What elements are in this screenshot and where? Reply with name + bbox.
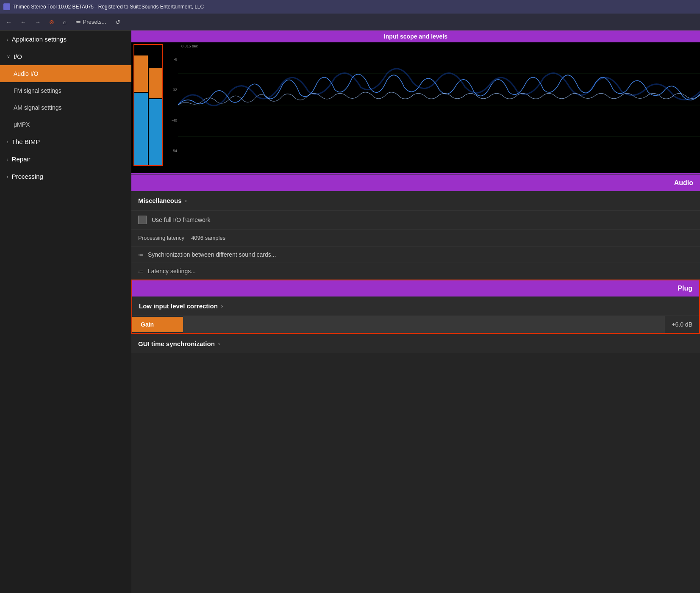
sync-link-row[interactable]: ≔ Synchronization between different soun… <box>131 247 700 263</box>
scope-header: Input scope and levels <box>131 30 700 42</box>
title-bar: Thimeo Stereo Tool 10.02 BETA075 - Regis… <box>0 0 700 14</box>
low-input-correction-title: Low input level correction <box>139 302 218 310</box>
list-icon-2: ≔ <box>138 268 144 274</box>
sidebar-item-label: AM signal settings <box>14 104 62 111</box>
chevron-right-icon: › <box>7 174 8 179</box>
undo-button[interactable]: ↺ <box>113 17 123 27</box>
gain-value: +6.0 dB <box>665 317 699 332</box>
title-bar-text: Thimeo Stereo Tool 10.02 BETA075 - Regis… <box>13 4 204 10</box>
app-icon <box>3 3 10 10</box>
sidebar: › Application settings ∨ I/O Audio I/O F… <box>0 30 131 593</box>
gui-sync-title: GUI time synchronization <box>138 340 215 347</box>
sidebar-item-application-settings[interactable]: › Application settings <box>0 30 131 48</box>
chevron-right-icon: › <box>221 303 223 309</box>
sidebar-item-label: μMPX <box>14 121 30 128</box>
latency-link-label: Latency settings... <box>148 268 196 274</box>
presets-label: Presets... <box>83 19 106 25</box>
audio-panel-content: Miscellaneous › Use full I/O framework P… <box>131 191 700 280</box>
scope-title: Input scope and levels <box>384 33 447 40</box>
latency-link-row[interactable]: ≔ Latency settings... <box>131 263 700 280</box>
home-button[interactable]: ⌂ <box>60 17 69 27</box>
sidebar-item-processing[interactable]: › Processing <box>0 168 131 185</box>
chevron-right-icon: › <box>7 157 8 162</box>
scale-markers: -6 -32 -40 -54 <box>165 42 178 168</box>
sidebar-item-fm-signal[interactable]: FM signal settings <box>0 82 131 99</box>
stop-button[interactable]: ⊗ <box>47 17 57 27</box>
audio-header: Audio <box>131 175 700 191</box>
miscellaneous-section[interactable]: Miscellaneous › <box>131 191 700 211</box>
forward-button[interactable]: → <box>32 17 43 27</box>
presets-icon: ≔ <box>75 19 81 25</box>
back-button2[interactable]: ← <box>18 17 29 27</box>
main-layout: › Application settings ∨ I/O Audio I/O F… <box>0 30 700 593</box>
chevron-right-icon: › <box>218 341 220 347</box>
use-full-io-checkbox[interactable] <box>138 216 147 224</box>
gain-label: Gain <box>132 317 183 332</box>
sidebar-item-label: I/O <box>14 53 22 60</box>
sidebar-item-bimp[interactable]: › The BIMP <box>0 133 131 150</box>
processing-latency-label: Processing latency <box>138 235 184 241</box>
sidebar-item-label: Processing <box>12 173 43 180</box>
audio-header-label: Audio <box>674 179 693 186</box>
gui-sync-row[interactable]: GUI time synchronization › <box>131 334 700 353</box>
list-icon: ≔ <box>138 252 144 258</box>
sidebar-item-label: Application settings <box>12 36 67 43</box>
use-full-io-label: Use full I/O framework <box>152 216 210 223</box>
sidebar-item-umpx[interactable]: μMPX <box>0 116 131 133</box>
audio-section: Audio Miscellaneous › Use full I/O frame… <box>131 175 700 280</box>
presets-button[interactable]: ≔ Presets... <box>72 17 109 27</box>
level-meters <box>131 42 165 168</box>
processing-latency-row: Processing latency 4096 samples <box>131 230 700 247</box>
content-area: Input scope and levels <box>131 30 700 593</box>
back-button[interactable]: ← <box>3 17 14 27</box>
waveform-svg <box>178 42 700 168</box>
chevron-right-icon: › <box>7 139 8 144</box>
chevron-right-icon: › <box>7 37 8 42</box>
waveform-time: 0.015 sec <box>181 44 198 48</box>
sidebar-item-repair[interactable]: › Repair <box>0 150 131 168</box>
processing-latency-value: 4096 samples <box>191 235 225 241</box>
sidebar-item-audio-io[interactable]: Audio I/O <box>0 65 131 82</box>
chevron-down-icon: ∨ <box>7 54 10 59</box>
chevron-right-icon: › <box>185 197 187 204</box>
scope-body: -6 -32 -40 -54 0.015 sec <box>131 42 700 168</box>
gain-slider[interactable] <box>183 316 665 333</box>
sidebar-item-label: Repair <box>12 155 31 163</box>
scope-panel: Input scope and levels <box>131 30 700 175</box>
sidebar-item-label: Audio I/O <box>14 70 38 77</box>
use-full-io-row: Use full I/O framework <box>131 211 700 230</box>
sidebar-item-io[interactable]: ∨ I/O <box>0 48 131 65</box>
plugin-header: Plug <box>132 280 699 296</box>
miscellaneous-title: Miscellaneous <box>138 197 182 204</box>
toolbar: ← ← → ⊗ ⌂ ≔ Presets... ↺ <box>0 14 700 30</box>
meter-outline <box>133 44 163 166</box>
waveform-display: 0.015 sec <box>178 42 700 168</box>
sidebar-item-label: FM signal settings <box>14 87 61 94</box>
meter-grid <box>133 44 163 166</box>
gain-row: Gain +6.0 dB <box>132 316 699 333</box>
plugin-section: Plug Low input level correction › Gain +… <box>131 280 700 334</box>
plugin-header-label: Plug <box>678 285 692 292</box>
sidebar-item-label: The BIMP <box>12 138 40 145</box>
low-input-correction-row[interactable]: Low input level correction › <box>132 296 699 316</box>
sync-link-label: Synchronization between different sound … <box>148 251 276 258</box>
sidebar-item-am-signal[interactable]: AM signal settings <box>0 99 131 116</box>
